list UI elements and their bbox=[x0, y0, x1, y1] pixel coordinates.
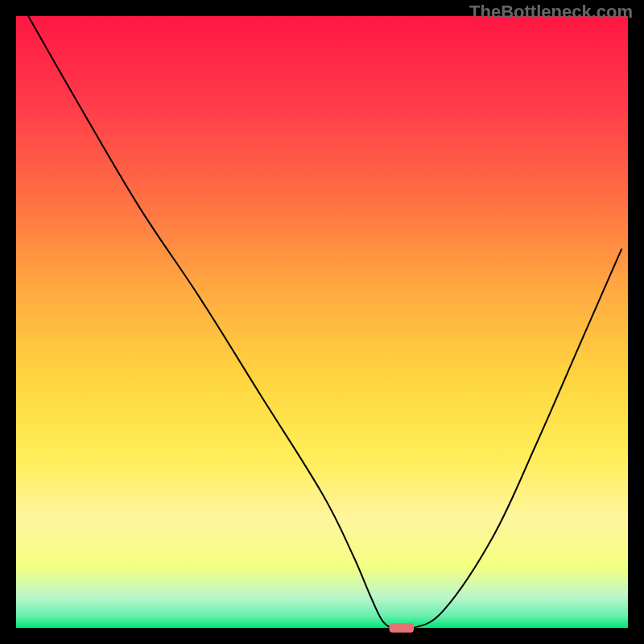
watermark-text: TheBottleneck.com bbox=[469, 2, 633, 23]
optimal-marker bbox=[390, 623, 414, 632]
plot-background bbox=[16, 16, 628, 628]
chart-container bbox=[0, 0, 644, 644]
bottleneck-chart bbox=[0, 0, 644, 644]
